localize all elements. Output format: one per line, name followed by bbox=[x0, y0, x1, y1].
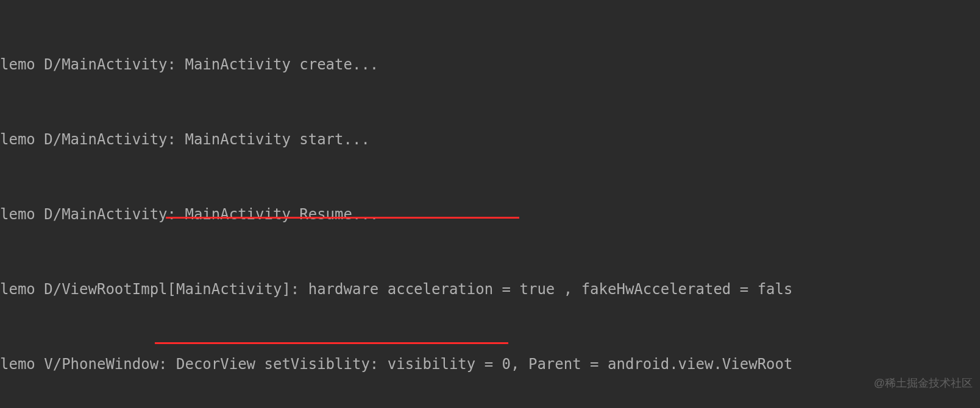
log-line: lemo D/MainActivity: MainActivity start.… bbox=[0, 127, 980, 152]
annotation-underline bbox=[166, 217, 519, 219]
log-line: lemo D/MainActivity: MainActivity create… bbox=[0, 52, 980, 77]
annotation-underline bbox=[155, 342, 508, 344]
log-line: lemo D/ViewRootImpl[MainActivity]: hardw… bbox=[0, 277, 980, 302]
log-area: lemo D/MainActivity: MainActivity create… bbox=[0, 0, 980, 408]
log-line: lemo D/MainActivity: MainActivity Resume… bbox=[0, 202, 980, 227]
watermark: @稀土掘金技术社区 bbox=[874, 371, 973, 396]
log-line: lemo V/PhoneWindow: DecorView setVisibli… bbox=[0, 352, 980, 377]
